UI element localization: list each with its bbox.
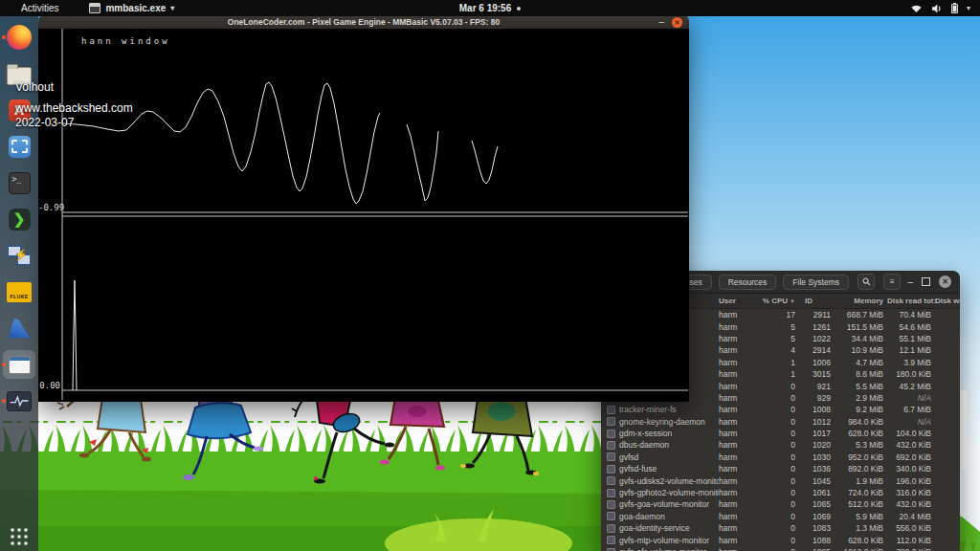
dock-item-system-monitor[interactable] — [3, 386, 35, 415]
minimize-button[interactable]: – — [907, 276, 913, 287]
app-window-icon — [89, 3, 100, 13]
chevron-down-icon: ▾ — [170, 4, 174, 12]
menu-button[interactable]: ≡ — [883, 274, 901, 290]
credit-author: Volhout — [15, 80, 133, 95]
search-button[interactable] — [858, 274, 875, 290]
column-disk-read[interactable]: Disk read tot: — [883, 297, 931, 305]
dock-item-terminal[interactable]: >_ — [3, 168, 35, 197]
process-row[interactable]: goa-identity-serviceharm010831.3 MiB556.… — [601, 522, 960, 534]
screenshot-icon — [9, 136, 31, 158]
show-applications-button[interactable] — [3, 522, 35, 551]
activities-button[interactable]: Activities — [13, 3, 66, 13]
process-row[interactable]: dbus-daemonharm010205.3 MiB432.0 KiB — [601, 439, 960, 451]
dock-item-wireshark[interactable] — [3, 314, 35, 342]
process-icon — [607, 465, 615, 474]
wireshark-icon — [8, 318, 32, 340]
process-icon — [607, 406, 615, 414]
process-row[interactable]: gvfsd-fuseharm01036892.0 KiB340.0 KiB — [601, 463, 960, 474]
green-arrow-icon: ❯ — [9, 209, 31, 231]
terminal-icon: >_ — [9, 172, 31, 194]
show-apps-grid-icon — [10, 527, 29, 546]
process-row[interactable]: tracker-miner-fsharm010089.2 MiB6.7 MiB — [601, 404, 960, 415]
process-icon — [607, 417, 615, 426]
process-icon — [607, 476, 615, 485]
close-button[interactable]: ✕ — [672, 17, 682, 28]
process-icon — [607, 500, 615, 509]
y-axis-label-top: -0.99 — [38, 203, 60, 212]
dock-item-screenshot[interactable] — [3, 132, 35, 161]
credit-overlay: Volhout www.thebackshed.com 2022-03-07 — [15, 80, 133, 130]
process-icon — [607, 489, 615, 497]
process-icon — [607, 430, 615, 438]
close-button[interactable]: ✕ — [939, 276, 951, 288]
dock-item-firefox[interactable] — [3, 23, 35, 52]
desktop: Processes Resources File Systems ≡ – ✕ U… — [0, 0, 980, 551]
top-bar: Activities mmbasic.exe ▾ Mar 6 19:56 ▾ — [0, 0, 980, 16]
dock-item-fluke[interactable]: FLUKE — [3, 277, 35, 306]
process-row[interactable]: gvfs-udisks2-volume-monitorharm010451.9 … — [601, 474, 960, 486]
column-memory[interactable]: Memory — [831, 297, 883, 305]
mmbasic-window: OneLoneCoder.com - Pixel Game Engine - M… — [38, 15, 689, 402]
process-icon — [607, 524, 615, 533]
volume-icon — [931, 4, 943, 13]
dock-item-mmbasic-window[interactable] — [3, 350, 35, 379]
chevron-down-icon: ▾ — [967, 4, 970, 12]
tab-file-systems[interactable]: File Systems — [783, 275, 849, 290]
process-row[interactable]: gvfsdharm01030952.0 KiB692.0 KiB — [601, 452, 960, 463]
process-row[interactable]: gvfs-mtp-volume-monitorharm01088628.0 Ki… — [601, 534, 960, 545]
column-user[interactable]: User — [719, 297, 757, 305]
minimize-button[interactable]: – — [658, 15, 664, 28]
system-status-area[interactable]: ▾ — [910, 3, 970, 13]
search-icon — [862, 277, 871, 286]
column-disk-write[interactable]: Disk writ — [931, 297, 960, 305]
remote-desktop-icon: ⚡ — [7, 244, 32, 267]
wifi-icon — [910, 4, 923, 13]
credit-date: 2022-03-07 — [15, 116, 133, 130]
mmbasic-canvas: hann window -0.99 0.00 — [38, 29, 689, 402]
fluke-icon: FLUKE — [7, 282, 32, 302]
process-row[interactable]: gvfs-gphoto2-volume-monitorharm01061724.… — [601, 487, 960, 498]
focused-app-menu[interactable]: mmbasic.exe ▾ — [89, 3, 174, 13]
firefox-icon — [7, 25, 32, 50]
spectrum-spike — [73, 280, 77, 390]
window-title: OneLoneCoder.com - Pixel Game Engine - M… — [228, 17, 500, 27]
y-axis-label-bottom: 0.00 — [38, 381, 60, 390]
process-icon — [607, 452, 615, 461]
process-row[interactable]: gdm-x-sessionharm01017628.0 KiB104.0 KiB — [601, 428, 960, 439]
waveform-plot — [38, 29, 689, 402]
credit-url: www.thebackshed.com — [15, 101, 133, 116]
notification-dot — [517, 7, 521, 11]
process-row[interactable]: gnome-keyring-daemonharm01012984.0 KiBN/… — [601, 416, 960, 428]
maximize-button[interactable] — [922, 277, 930, 286]
hamburger-icon: ≡ — [890, 277, 895, 286]
process-row[interactable]: goa-daemonharm010695.9 MiB20.4 MiB — [601, 511, 960, 522]
process-icon — [607, 548, 615, 551]
mmbasic-titlebar[interactable]: OneLoneCoder.com - Pixel Game Engine - M… — [38, 15, 689, 29]
battery-icon — [951, 3, 958, 13]
column-cpu[interactable]: % CPU ▼ — [757, 297, 795, 305]
column-id[interactable]: ID — [795, 297, 831, 305]
tab-resources[interactable]: Resources — [719, 275, 777, 290]
system-monitor-icon — [7, 391, 32, 411]
process-icon — [607, 512, 615, 520]
plot-title: hann window — [81, 36, 170, 46]
app-window-icon — [9, 356, 31, 374]
process-icon — [607, 441, 615, 450]
process-icon — [607, 536, 615, 544]
process-row[interactable]: gvfs-goa-volume-monitorharm01065512.0 Ki… — [601, 498, 960, 510]
process-row[interactable]: gvfs-afc-volume-monitorharm010951012.0 K… — [601, 546, 960, 551]
dock-item-remote-desktop[interactable]: ⚡ — [3, 241, 35, 270]
dock-item-green-arrow-app[interactable]: ❯ — [3, 205, 35, 233]
